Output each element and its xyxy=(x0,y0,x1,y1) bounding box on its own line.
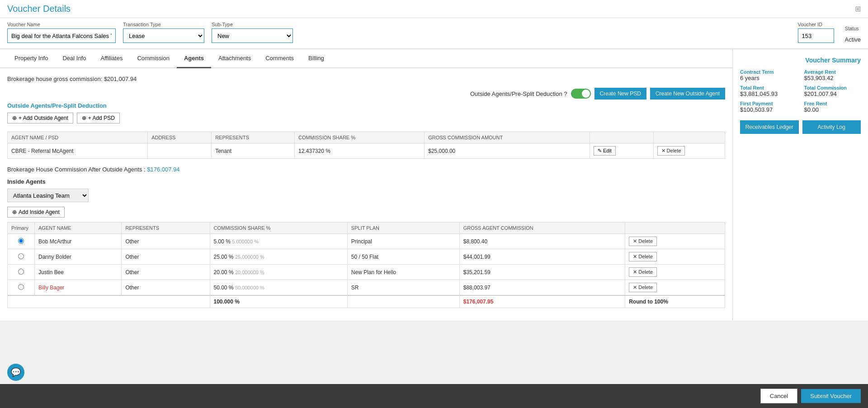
team-select[interactable]: Atlanta Leasing Team New York Team LA Te… xyxy=(7,189,89,202)
outside-section-title: Outside Agents/Pre-Split Deduction xyxy=(7,102,725,109)
table-row: Justin Bee Other 20.00 % 20.000000 % New… xyxy=(8,265,725,280)
agents-body: Brokerage house gross commission: $201,0… xyxy=(0,68,732,321)
voucher-id-input[interactable] xyxy=(798,28,834,43)
primary-radio-cell xyxy=(8,249,35,265)
inside-split-plan-bob: Principal xyxy=(347,234,459,249)
outside-agent-commission-share: 12.437320 % xyxy=(295,143,425,159)
team-select-wrapper: Atlanta Leasing Team New York Team LA Te… xyxy=(7,189,725,202)
voucher-name-input[interactable] xyxy=(7,28,116,43)
create-new-psd-button[interactable]: Create New PSD xyxy=(594,88,646,100)
tab-commission[interactable]: Commission xyxy=(130,49,177,68)
tab-attachments[interactable]: Attachments xyxy=(211,49,258,68)
tabs: Property Info Deal Info Affiliates Commi… xyxy=(0,49,732,68)
delete-bob-button[interactable]: ✕ Delete xyxy=(629,237,657,246)
inside-commission-share-billy: 50.00 % 50.000000 % xyxy=(210,280,347,296)
inside-gross-commission-billy: $88,003.97 xyxy=(459,280,625,296)
transaction-type-select[interactable]: Lease Sale Other xyxy=(123,28,204,43)
subtype-label: Sub-Type xyxy=(212,22,293,27)
subtype-select[interactable]: New Renewal Expansion xyxy=(212,28,293,43)
inside-agents-section: Inside Agents Atlanta Leasing Team New Y… xyxy=(7,178,725,308)
tab-affiliates[interactable]: Affiliates xyxy=(93,49,130,68)
plus-icon-inside: ⊕ xyxy=(12,209,17,215)
form-bar: Voucher Name Transaction Type Lease Sale… xyxy=(0,18,868,49)
delete-danny-button[interactable]: ✕ Delete xyxy=(629,252,657,261)
inside-commission-share-bob: 5.00 % 5.000000 % xyxy=(210,234,347,249)
tab-property-info[interactable]: Property Info xyxy=(7,49,55,68)
outside-agents-toggle[interactable] xyxy=(571,89,591,99)
primary-radio-cell xyxy=(8,234,35,249)
col-primary: Primary xyxy=(8,223,35,234)
status-field: Status Active xyxy=(845,26,861,43)
inside-gross-commission-bob: $8,800.40 xyxy=(459,234,625,249)
plus-icon: ⊕ xyxy=(12,115,17,121)
inside-agent-name-danny: Danny Bolder xyxy=(35,249,122,265)
delete-outside-agent-button[interactable]: ✕ Delete xyxy=(657,146,685,156)
tab-deal-info[interactable]: Deal Info xyxy=(55,49,93,68)
delete-billy-button[interactable]: ✕ Delete xyxy=(629,283,657,292)
inside-represents-justin: Other xyxy=(122,265,210,280)
plus-icon-psd: ⊕ xyxy=(82,115,86,121)
outside-agent-delete-cell: ✕ Delete xyxy=(653,143,725,159)
outside-agents-table: AGENT NAME / PSD ADDRESS REPRESENTS COMM… xyxy=(7,132,725,159)
brokerage-after-amount[interactable]: $176,007.94 xyxy=(147,166,179,173)
tab-comments[interactable]: Comments xyxy=(258,49,301,68)
outside-agent-gross-commission: $25,000.00 xyxy=(425,143,590,159)
voucher-name-field: Voucher Name xyxy=(7,22,116,43)
free-rent-item: Free Rent $0.00 xyxy=(804,101,861,113)
add-psd-button[interactable]: ⊕ + Add PSD xyxy=(77,113,120,123)
inside-agent-name-bob: Bob McArthur xyxy=(35,234,122,249)
inside-agent-name-billy: Billy Bager xyxy=(35,280,122,296)
status-value: Active xyxy=(845,33,861,43)
table-row: Bob McArthur Other 5.00 % 5.000000 % Pri… xyxy=(8,234,725,249)
content-area: Property Info Deal Info Affiliates Commi… xyxy=(0,49,732,321)
primary-radio-danny[interactable] xyxy=(18,253,24,259)
voucher-id-field: Voucher ID xyxy=(798,22,834,43)
tab-agents[interactable]: Agents xyxy=(177,49,211,68)
col-represents-inside: REPRESENTS xyxy=(122,223,210,234)
voucher-name-label: Voucher Name xyxy=(7,22,116,27)
add-outside-agent-button[interactable]: ⊕ + Add Outside Agent xyxy=(7,113,73,123)
outside-agent-represents: Tenant xyxy=(212,143,295,159)
tab-billing[interactable]: Billing xyxy=(301,49,331,68)
inside-delete-bob-cell: ✕ Delete xyxy=(625,234,725,249)
col-agent-name: AGENT NAME xyxy=(35,223,122,234)
inside-agents-label: Inside Agents xyxy=(7,178,725,185)
table-row: Danny Bolder Other 25.00 % 25.000000 % 5… xyxy=(8,249,725,265)
col-delete-header xyxy=(653,132,725,143)
col-edit-header xyxy=(590,132,653,143)
activity-log-button[interactable]: Activity Log xyxy=(802,120,861,134)
col-gross-commission: GROSS COMMISSION AMOUNT xyxy=(425,132,590,143)
inside-delete-billy-cell: ✕ Delete xyxy=(625,280,725,296)
primary-radio-cell xyxy=(8,280,35,296)
primary-radio-bob[interactable] xyxy=(18,238,24,244)
toggle-label: Outside Agents/Pre-Split Deduction ? xyxy=(470,90,567,97)
first-payment-item: First Payment $100,503.97 xyxy=(740,101,797,113)
transaction-type-field: Transaction Type Lease Sale Other xyxy=(123,22,204,43)
summary-buttons: Receivables Ledger Activity Log xyxy=(740,120,861,134)
inside-represents-billy: Other xyxy=(122,280,210,296)
sidebar-summary: Voucher Summary Contract Term 6 years Av… xyxy=(732,49,868,321)
inside-gross-commission-danny: $44,001.99 xyxy=(459,249,625,265)
total-rent-item: Total Rent $3,881,045.93 xyxy=(740,85,797,97)
total-commission: $176,007.95 xyxy=(459,295,625,308)
table-row: Billy Bager Other 50.00 % 50.000000 % SR… xyxy=(8,280,725,296)
inside-agent-name-justin: Justin Bee xyxy=(35,265,122,280)
total-share-spacer xyxy=(347,295,459,308)
primary-radio-cell xyxy=(8,265,35,280)
primary-radio-billy[interactable] xyxy=(18,284,24,290)
summary-grid: Contract Term 6 years Average Rent $53,9… xyxy=(740,69,861,113)
totals-row: 100.000 % $176,007.95 Round to 100% xyxy=(8,295,725,308)
primary-radio-justin[interactable] xyxy=(18,269,24,275)
add-inside-agent-button[interactable]: ⊕ Add Inside Agent xyxy=(7,207,65,218)
edit-outside-agent-button[interactable]: ✎ Edit xyxy=(594,146,616,156)
summary-title: Voucher Summary xyxy=(740,57,861,64)
delete-justin-button[interactable]: ✕ Delete xyxy=(629,267,657,277)
inside-gross-commission-justin: $35,201.59 xyxy=(459,265,625,280)
inside-commission-share-justin: 20.00 % 20.000000 % xyxy=(210,265,347,280)
receivables-ledger-button[interactable]: Receivables Ledger xyxy=(740,120,799,134)
status-label: Status xyxy=(845,26,861,31)
inside-represents-danny: Other xyxy=(122,249,210,265)
round-label: Round to 100% xyxy=(625,295,725,308)
expand-icon[interactable]: ⊞ xyxy=(855,5,861,13)
create-new-outside-agent-button[interactable]: Create New Outside Agent xyxy=(650,88,725,100)
